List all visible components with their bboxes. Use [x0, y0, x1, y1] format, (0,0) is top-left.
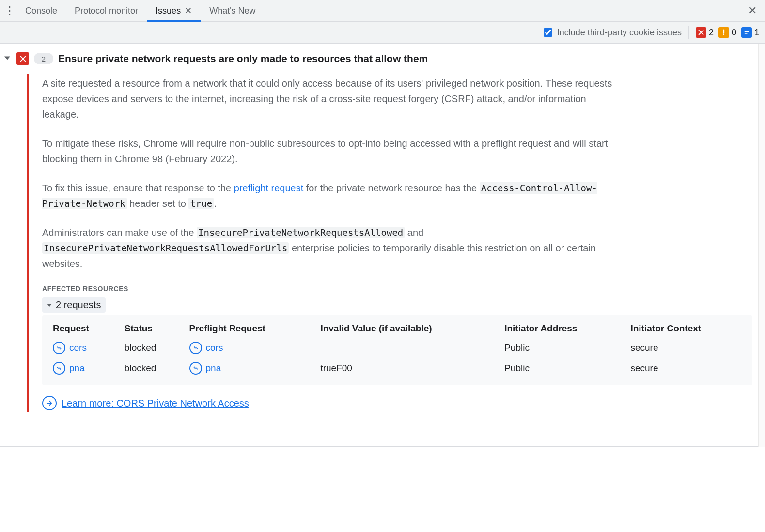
learn-more-link[interactable]: Learn more: CORS Private Network Access: [62, 398, 249, 409]
tab-label: Console: [25, 6, 57, 16]
arrow-right-icon: [42, 396, 57, 410]
issue-header-row[interactable]: 2 Ensure private network requests are on…: [3, 52, 752, 65]
cell-initiator-address: Public: [499, 358, 624, 378]
issue-paragraph: To fix this issue, ensure that response …: [42, 180, 624, 211]
cell-invalid: [314, 338, 499, 358]
cell-request[interactable]: pna: [47, 358, 119, 378]
cell-initiator-context: secure: [624, 338, 748, 358]
error-icon: [16, 52, 29, 65]
more-tabs-icon[interactable]: ⋮: [3, 4, 16, 17]
text-fragment: .: [214, 198, 217, 209]
col-initiator-address: Initiator Address: [499, 319, 624, 338]
scrollbar-thumb[interactable]: [759, 44, 765, 87]
table-row: corsblockedcorsPublicsecure: [47, 338, 748, 358]
error-icon: [696, 27, 706, 38]
tab-whats-new[interactable]: What's New: [201, 0, 264, 21]
requests-summary[interactable]: 2 requests: [42, 297, 106, 313]
warning-icon: [718, 27, 729, 38]
col-preflight: Preflight Request: [184, 319, 315, 338]
col-initiator-context: Initiator Context: [624, 319, 748, 338]
svg-rect-1: [745, 33, 748, 34]
text-fragment: header set to: [127, 198, 189, 209]
network-icon: [53, 342, 65, 354]
tab-issues[interactable]: Issues ✕: [147, 0, 201, 21]
info-icon: [741, 27, 752, 38]
network-icon: [53, 362, 65, 375]
svg-rect-0: [745, 31, 749, 32]
cell-initiator-address: Public: [499, 338, 624, 358]
issues-scroll-area: 2 Ensure private network requests are on…: [0, 44, 765, 447]
requests-table: Request Status Preflight Request Invalid…: [47, 319, 748, 378]
tab-label: Protocol monitor: [75, 6, 138, 16]
issue-paragraph: To mitigate these risks, Chrome will req…: [42, 136, 624, 167]
severity-info[interactable]: 1: [741, 27, 759, 38]
col-invalid: Invalid Value (if available): [314, 319, 499, 338]
text-fragment: for the private network resource has the: [303, 183, 480, 193]
network-icon: [189, 342, 202, 354]
third-party-cookie-checkbox[interactable]: [544, 28, 552, 37]
issue-paragraph: Administrators can make use of the Insec…: [42, 225, 624, 271]
table-row: pnablockedpnatrueF00Publicsecure: [47, 358, 748, 378]
severity-warning-count: 0: [732, 28, 736, 38]
preflight-request-link[interactable]: preflight request: [234, 183, 303, 193]
third-party-cookie-toggle[interactable]: Include third-party cookie issues: [544, 28, 682, 38]
severity-error-count: 2: [709, 28, 714, 38]
devtools-tabstrip: ⋮ Console Protocol monitor Issues ✕ What…: [0, 0, 765, 22]
text-fragment: and: [405, 227, 423, 238]
cell-preflight[interactable]: cors: [184, 338, 315, 358]
col-status: Status: [119, 319, 184, 338]
code-policy-1: InsecurePrivateNetworkRequestsAllowed: [197, 227, 405, 238]
cell-request[interactable]: cors: [47, 338, 119, 358]
requests-table-wrap: Request Status Preflight Request Invalid…: [42, 315, 752, 385]
severity-info-count: 1: [754, 28, 759, 38]
cell-preflight[interactable]: pna: [184, 358, 315, 378]
cell-invalid: trueF00: [314, 358, 499, 378]
learn-more: Learn more: CORS Private Network Access: [42, 396, 249, 410]
issue-title: Ensure private network requests are only…: [58, 53, 428, 64]
code-policy-2: InsecurePrivateNetworkRequestsAllowedFor…: [42, 242, 289, 254]
tab-label: Issues: [156, 6, 181, 16]
severity-error[interactable]: 2: [696, 27, 714, 38]
cell-status: blocked: [119, 338, 184, 358]
panel-close-icon[interactable]: ✕: [743, 4, 762, 17]
issue-paragraph: A site requested a resource from a netwo…: [42, 76, 624, 122]
chevron-down-icon[interactable]: [3, 54, 12, 63]
col-request: Request: [47, 319, 119, 338]
third-party-cookie-label: Include third-party cookie issues: [557, 28, 682, 38]
toolbar-divider: [688, 26, 689, 39]
cell-initiator-context: secure: [624, 358, 748, 378]
issue-item: 2 Ensure private network requests are on…: [0, 44, 765, 427]
text-fragment: To fix this issue, ensure that response …: [42, 183, 234, 193]
affected-resources-label: AFFECTED RESOURCES: [42, 285, 752, 293]
issue-body: A site requested a resource from a netwo…: [27, 74, 752, 412]
close-icon[interactable]: ✕: [185, 5, 192, 16]
code-true: true: [188, 198, 214, 209]
chevron-down-icon: [47, 300, 52, 310]
table-header-row: Request Status Preflight Request Invalid…: [47, 319, 748, 338]
bottom-divider: [0, 446, 765, 447]
tab-console[interactable]: Console: [16, 0, 66, 21]
issue-count-pill: 2: [34, 53, 53, 64]
network-icon: [189, 362, 202, 375]
tab-label: What's New: [209, 6, 255, 16]
cell-status: blocked: [119, 358, 184, 378]
requests-summary-text: 2 requests: [56, 299, 101, 311]
issue-description: A site requested a resource from a netwo…: [42, 76, 624, 271]
issues-toolbar: Include third-party cookie issues 2 0 1: [0, 22, 765, 44]
severity-warning[interactable]: 0: [718, 27, 736, 38]
text-fragment: Administrators can make use of the: [42, 227, 197, 238]
tab-protocol-monitor[interactable]: Protocol monitor: [66, 0, 147, 21]
